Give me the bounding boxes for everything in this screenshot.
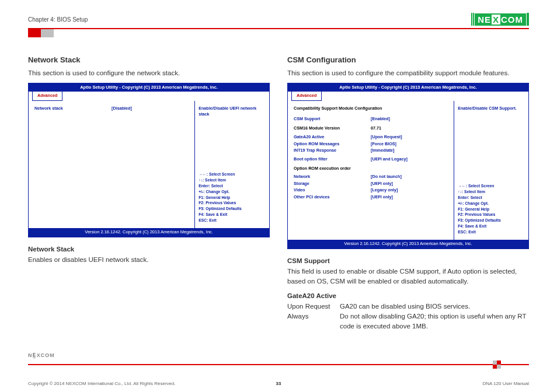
bios-row-gatea20[interactable]: GateA20 Active[Upon Request] [294,134,448,140]
page-number: 33 [276,381,281,386]
bios-row-option-rom-msg[interactable]: Option ROM Messages[Force BIOS] [294,141,448,147]
csm-support-heading: CSM Support [287,256,529,266]
nexcom-logo: NEXCOM [471,13,529,26]
network-stack-desc: Enables or disables UEFI network stack. [28,255,270,265]
bios-footer: Version 2.16.1242. Copyright (C) 2013 Am… [29,228,269,237]
csm-support-desc: This field is used to enable or disable … [287,267,529,286]
bios-panel-csm: Aptio Setup Utility - Copyright (C) 2013… [287,83,529,249]
footer-rule [28,364,529,365]
network-stack-subheading: Network Stack [28,244,270,254]
csm-config-intro: This section is used to configure the co… [287,68,529,78]
bios-row-int19[interactable]: INT19 Trap Response[Immediate] [294,148,448,153]
manual-name: DNA 120 User Manual [482,381,529,386]
bios-nav-help: →←: Select Screen ↑↓: Select Item Enter:… [458,183,525,235]
bios-tab-advanced[interactable]: Advanced [291,92,322,100]
bios-row-rom-network[interactable]: Network[Do not launch] [294,174,448,180]
gatea20-upon-request: Upon Request GA20 can be disabled using … [287,302,529,312]
bios-help-text: Enable/Disable UEFI network stack [199,106,266,118]
bios-title: Aptio Setup Utility - Copyright (C) 2013… [288,83,528,92]
gatea20-heading: GateA20 Active [287,291,529,301]
bios-row-rom-storage[interactable]: Storage[UEFI only] [294,181,448,187]
header-accent [28,29,529,37]
copyright-text: Copyright © 2014 NEXCOM International Co… [28,381,176,386]
right-column: CSM Configuration This section is used t… [287,55,529,331]
bios-title: Aptio Setup Utility - Copyright (C) 2013… [29,83,269,92]
bios-section-heading: Compatibility Support Module Configurati… [294,106,448,111]
footer-accent [493,360,501,369]
bios-row-csm16-version: CSM16 Module Version07.71 [294,125,448,131]
left-column: Network Stack This section is used to co… [28,55,270,331]
network-stack-heading: Network Stack [28,55,270,66]
bios-row-network-stack[interactable]: Network stack [Disabled] [34,106,189,111]
bios-help-text: Enable/Disable CSM Support. [458,106,525,111]
footer-logo: NE̲XCOM [28,352,529,358]
bios-row-rom-exec-order: Option ROM execution order [294,166,448,172]
bios-row-boot-filter[interactable]: Boot option filter[UEFI and Legacy] [294,156,448,162]
gatea20-always: Always Do not allow disabling GA20; this… [287,312,529,331]
bios-nav-help: →←: Select Screen ↑↓: Select Item Enter:… [199,172,266,223]
bios-row-rom-video[interactable]: Video[Legacy only] [294,187,448,193]
csm-config-heading: CSM Configuration [287,55,529,66]
bios-row-rom-other[interactable]: Other PCI devices[UEFI only] [294,194,448,200]
bios-footer: Version 2.16.1242. Copyright (C) 2013 Am… [288,240,528,249]
bios-panel-network: Aptio Setup Utility - Copyright (C) 2013… [28,83,270,237]
bios-row-csm-support[interactable]: CSM Support[Enabled] [294,116,448,122]
network-stack-intro: This section is used to configure the ne… [28,68,270,78]
bios-tab-advanced[interactable]: Advanced [32,92,62,100]
chapter-title: Chapter 4: BIOS Setup [28,16,88,23]
